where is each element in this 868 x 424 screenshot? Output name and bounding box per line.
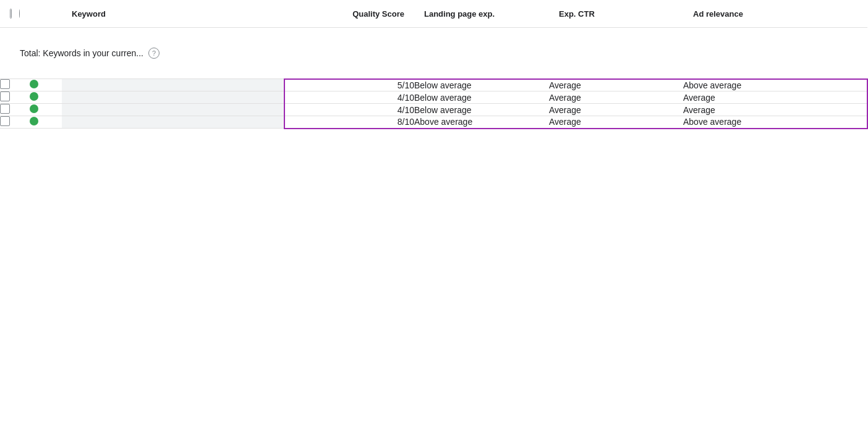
table-wrapper: Keyword Quality Score Landing page exp. … xyxy=(0,0,868,129)
header-status-col xyxy=(30,0,62,28)
landing-page-cell: Below average xyxy=(414,104,549,116)
quality-score-cell: 4/10 xyxy=(284,91,414,104)
row-checkbox[interactable] xyxy=(0,91,10,101)
keyword-cell xyxy=(62,116,284,129)
table-header-row: Keyword Quality Score Landing page exp. … xyxy=(0,0,867,28)
header-keyword: Keyword xyxy=(62,0,284,28)
keywords-table: Keyword Quality Score Landing page exp. … xyxy=(0,0,868,129)
quality-score-cell: 8/10 xyxy=(284,116,414,129)
status-dot xyxy=(30,80,38,88)
total-lp-cell xyxy=(414,28,549,79)
status-cell xyxy=(30,104,62,116)
exp-ctr-cell: Average xyxy=(549,79,683,91)
exp-ctr-cell: Average xyxy=(549,91,683,104)
keyword-cell xyxy=(62,79,284,91)
status-dot xyxy=(30,92,38,101)
exp-ctr-cell: Average xyxy=(549,116,683,129)
keyword-cell xyxy=(62,91,284,104)
ad-relevance-cell: Average xyxy=(683,104,867,116)
status-dot xyxy=(30,117,38,125)
checkbox-cell xyxy=(0,91,30,104)
total-label-cell: Total: Keywords in your curren... ? xyxy=(0,28,284,79)
header-quality-score: Quality Score xyxy=(284,0,414,28)
table-row: 4/10Below averageAverageAverage xyxy=(0,91,867,104)
header-exp-ctr: Exp. CTR xyxy=(549,0,683,28)
landing-page-cell: Below average xyxy=(414,91,549,104)
table-row: 8/10Above averageAverageAbove average xyxy=(0,116,867,129)
checkbox-cell xyxy=(0,104,30,116)
header-status-icon xyxy=(19,9,20,18)
header-checkbox[interactable] xyxy=(10,9,12,19)
ad-relevance-cell: Above average xyxy=(683,116,867,129)
status-dot xyxy=(30,104,38,113)
row-checkbox[interactable] xyxy=(0,79,10,89)
quality-score-cell: 5/10 xyxy=(284,79,414,91)
row-checkbox[interactable] xyxy=(0,104,10,114)
header-ad-relevance: Ad relevance xyxy=(683,0,867,28)
row-checkbox[interactable] xyxy=(0,116,10,126)
status-cell xyxy=(30,79,62,91)
table-row: 4/10Below averageAverageAverage xyxy=(0,104,867,116)
quality-score-cell: 4/10 xyxy=(284,104,414,116)
table-row: 5/10Below averageAverageAbove average xyxy=(0,79,867,91)
status-cell xyxy=(30,116,62,129)
total-qs-cell xyxy=(284,28,414,79)
header-checkbox-cell xyxy=(0,0,30,28)
checkbox-cell xyxy=(0,79,30,91)
help-icon[interactable]: ? xyxy=(148,48,160,59)
keyword-cell xyxy=(62,104,284,116)
status-cell xyxy=(30,91,62,104)
header-landing-page: Landing page exp. xyxy=(414,0,549,28)
checkbox-cell xyxy=(0,116,30,129)
ad-relevance-cell: Above average xyxy=(683,79,867,91)
total-row: Total: Keywords in your curren... ? xyxy=(0,28,867,79)
exp-ctr-cell: Average xyxy=(549,104,683,116)
ad-relevance-cell: Average xyxy=(683,91,867,104)
total-ctr-cell xyxy=(549,28,683,79)
landing-page-cell: Above average xyxy=(414,116,549,129)
total-rel-cell xyxy=(683,28,867,79)
total-label-text: Total: Keywords in your curren... xyxy=(20,48,143,58)
landing-page-cell: Below average xyxy=(414,79,549,91)
